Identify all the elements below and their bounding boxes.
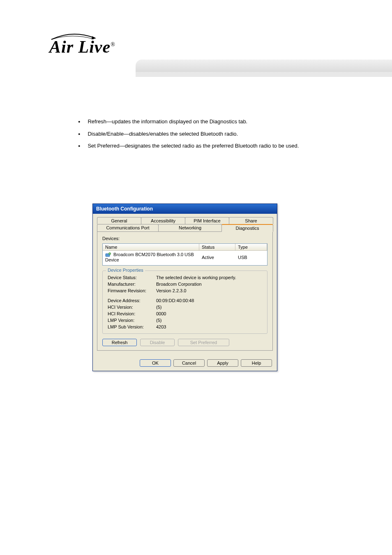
prop-label: Manufacturer: [108, 282, 156, 287]
button-label: Refresh [112, 340, 128, 345]
bluetooth-config-dialog: Bluetooth Configuration General Accessib… [92, 204, 277, 371]
bullet-icon: ● [78, 118, 80, 126]
prop-label: Device Status: [108, 275, 156, 280]
tab-pim-interface[interactable]: PIM Interface [185, 217, 229, 224]
tab-label: Accessibility [151, 218, 175, 223]
prop-value: The selected device is working properly. [156, 275, 262, 280]
bullet-icon: ● [78, 130, 80, 138]
tab-label: PIM Interface [194, 218, 220, 223]
list-header: Name Status Type [103, 244, 267, 251]
bullet-text: Refresh—updates the information displaye… [88, 118, 247, 126]
prop-label: Firmware Revision: [108, 288, 156, 293]
tab-label: Share [245, 218, 257, 223]
dialog-footer: OK Cancel Apply Help [93, 356, 277, 371]
bullet-text: Set Preferred—designates the selected ra… [88, 142, 299, 150]
tab-label: Diagnostics [236, 226, 259, 231]
col-name[interactable]: Name [103, 244, 199, 250]
prop-value: (5) [156, 318, 262, 323]
bullet-icon: ● [78, 142, 80, 150]
device-icon [105, 252, 111, 257]
tab-label: General [111, 218, 127, 223]
device-properties-group: Device Properties Device Status:The sele… [102, 271, 267, 334]
logo-text: Air Live® [49, 37, 115, 56]
bullet-text: Disable/Enable—disables/enables the sele… [88, 130, 238, 138]
diagnostics-panel: Devices: Name Status Type Broadcom BCM20… [97, 231, 273, 351]
prop-label: LMP Sub Version: [108, 324, 156, 329]
refresh-button[interactable]: Refresh [102, 339, 137, 346]
device-type: USB [235, 254, 267, 261]
col-status[interactable]: Status [199, 244, 235, 250]
prop-label: LMP Version: [108, 318, 156, 323]
ok-button[interactable]: OK [140, 359, 171, 367]
header-sub-bar [136, 72, 392, 77]
tab-general[interactable]: General [97, 217, 141, 224]
button-label: Help [252, 361, 261, 365]
prop-value: (5) [156, 305, 262, 310]
tab-strip: General Accessibility PIM Interface Shar… [97, 217, 273, 351]
panel-button-row: Refresh Disable Set Preferred [102, 339, 267, 346]
tab-label: Communications Port [106, 225, 149, 230]
device-name: Broadcom BCM2070 Bluetooth 3.0 USB Devic… [105, 252, 194, 262]
button-label: Cancel [182, 361, 196, 365]
prop-value: 00:09:DD:40:00:48 [156, 298, 262, 303]
prop-label: Device Address: [108, 298, 156, 303]
prop-label: HCI Version: [108, 305, 156, 310]
svg-point-1 [109, 253, 111, 255]
col-type[interactable]: Type [235, 244, 267, 250]
brand-logo: Air Live® [49, 37, 115, 57]
button-label: OK [152, 361, 159, 365]
cancel-button[interactable]: Cancel [173, 359, 205, 367]
prop-value: 0000 [156, 311, 262, 316]
tab-communications-port[interactable]: Communications Port [97, 224, 159, 232]
button-label: Apply [217, 361, 228, 365]
tab-diagnostics[interactable]: Diagnostics [221, 224, 273, 232]
device-row[interactable]: Broadcom BCM2070 Bluetooth 3.0 USB Devic… [103, 251, 267, 264]
prop-value: Broadcom Corporation [156, 282, 262, 287]
tab-share[interactable]: Share [229, 217, 273, 224]
header-gradient-bar [136, 60, 392, 72]
button-label: Disable [150, 340, 165, 345]
group-title: Device Properties [106, 268, 145, 273]
tab-label: Networking [179, 225, 201, 230]
tab-networking[interactable]: Networking [158, 224, 222, 232]
devices-list[interactable]: Name Status Type Broadcom BCM2070 Blueto… [102, 243, 267, 266]
help-button[interactable]: Help [241, 359, 272, 367]
tab-accessibility[interactable]: Accessibility [141, 217, 185, 224]
button-label: Set Preferred [190, 340, 217, 345]
device-status: Active [199, 254, 235, 261]
prop-value: Version 2.2.3.0 [156, 288, 262, 293]
prop-label: HCI Revision: [108, 311, 156, 316]
instruction-list: ● Refresh—updates the information displa… [78, 118, 341, 154]
dialog-title: Bluetooth Configuration [93, 204, 277, 214]
prop-value: 4203 [156, 324, 262, 329]
apply-button[interactable]: Apply [207, 359, 238, 367]
disable-button: Disable [140, 339, 175, 346]
set-preferred-button: Set Preferred [178, 339, 229, 346]
devices-label: Devices: [102, 236, 267, 241]
